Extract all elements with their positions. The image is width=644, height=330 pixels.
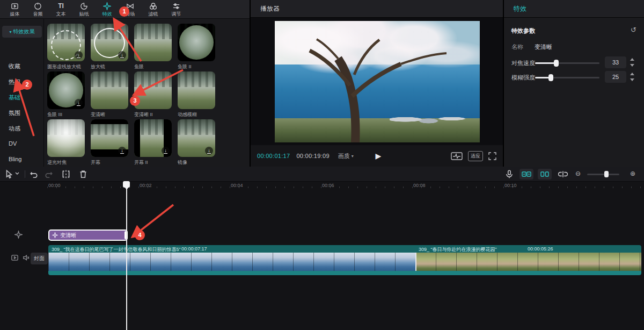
toolbar-item-audio[interactable]: 音频: [26, 0, 49, 19]
effect-thumbnail: ↓: [47, 24, 85, 61]
video-preview[interactable]: [275, 21, 480, 142]
timeline-zoom-thumb[interactable]: [604, 171, 609, 177]
sidebar-group-effects[interactable]: ▾ 特效效果: [2, 26, 42, 38]
effect-card[interactable]: ↓ 开幕 II: [134, 119, 177, 166]
clip-duration: 00:00:07:17: [181, 246, 207, 252]
effect-thumbnail: ↓: [91, 119, 128, 157]
toolbar-item-media[interactable]: 媒体: [3, 0, 26, 19]
linkage-toggle[interactable]: [558, 169, 568, 179]
blur-strength-value[interactable]: 25: [605, 71, 626, 83]
playhead-handle[interactable]: [123, 181, 130, 188]
fullscreen-icon[interactable]: [488, 152, 496, 160]
toolbar-item-filter[interactable]: 滤镜: [142, 0, 165, 19]
toolbar-item-label: 滤镜: [149, 11, 158, 17]
stepper-down-icon[interactable]: [630, 78, 634, 81]
effect-label: 鱼眼 II: [178, 63, 221, 70]
player-right-controls: 适应: [451, 145, 496, 167]
effect-card[interactable]: ↓ 圆形虚线放大镜: [47, 24, 90, 70]
stepper-up-icon[interactable]: [630, 73, 634, 75]
sidebar-item-ambience[interactable]: 氛围: [9, 109, 41, 117]
effect-track-icon: [14, 231, 23, 241]
effect-card[interactable]: 鱼眼 II: [178, 24, 221, 70]
segment-divider: [415, 253, 416, 271]
blur-strength-stepper[interactable]: [629, 71, 635, 82]
slider-thumb[interactable]: [548, 74, 553, 81]
app-root: 媒体 音频 TI 文本 贴纸 特效 转场: [0, 0, 644, 330]
effects-icon: [103, 2, 111, 10]
main-toolbar: 媒体 音频 TI 文本 贴纸 特效 转场: [0, 0, 250, 19]
select-tool-button[interactable]: [4, 169, 14, 179]
main-track-magnet-toggle[interactable]: [519, 169, 533, 180]
transition-icon: [126, 2, 134, 10]
select-tool-dropdown[interactable]: [14, 169, 20, 179]
redo-button[interactable]: [43, 169, 53, 179]
effect-card[interactable]: 逆光对焦: [47, 119, 90, 166]
stepper-down-icon[interactable]: [630, 64, 634, 67]
sidebar-item-dv[interactable]: DV: [9, 140, 41, 148]
sidebar-item-dynamic[interactable]: 动感: [9, 125, 41, 132]
cover-button[interactable]: 封面: [31, 253, 48, 264]
split-icon: [61, 169, 71, 179]
ruler-label: 00:04: [231, 183, 243, 188]
ruler-label: 00:10: [504, 183, 517, 188]
stepper-up-icon[interactable]: [630, 58, 634, 61]
effect-card[interactable]: ↓ 镜像: [178, 119, 221, 166]
focus-speed-slider[interactable]: [535, 62, 599, 64]
split-button[interactable]: [61, 169, 71, 179]
filter-icon: [149, 2, 157, 10]
undo-button[interactable]: [30, 169, 39, 179]
ruler-label: 00:00: [48, 183, 61, 188]
sidebar-item-basic[interactable]: 基础: [9, 94, 41, 101]
effect-card[interactable]: 鱼眼: [134, 24, 177, 70]
download-icon: ↓: [118, 147, 126, 155]
auto-snap-toggle[interactable]: [538, 169, 552, 180]
effect-card-become-clear[interactable]: 变清晰: [91, 71, 134, 118]
effect-card[interactable]: 动感模糊: [178, 71, 221, 118]
hide-track-icon[interactable]: [11, 254, 19, 264]
toolbar-item-effects[interactable]: 特效: [96, 0, 119, 19]
toolbar-item-sticker[interactable]: 贴纸: [72, 0, 96, 19]
effect-clip[interactable]: 变清晰: [48, 229, 128, 241]
slider-thumb[interactable]: [554, 60, 559, 67]
toolbar-item-label: 调节: [172, 11, 181, 17]
download-icon: ↓: [118, 51, 126, 59]
effect-card[interactable]: 变清晰 II: [134, 71, 177, 118]
reset-icon[interactable]: ↺: [631, 26, 636, 34]
blur-strength-slider[interactable]: [535, 77, 599, 78]
section-title: 特效参数: [511, 27, 535, 35]
sidebar-item-hot[interactable]: 热门: [9, 78, 41, 85]
toolbar-item-transition[interactable]: 转场: [119, 0, 142, 19]
redo-icon: [43, 169, 53, 179]
focus-speed-value[interactable]: 33: [605, 56, 626, 68]
effect-card[interactable]: ↓ 放大镜: [91, 24, 134, 70]
effect-thumbnail: ↓: [134, 119, 172, 157]
quality-dropdown[interactable]: 画质 ▾: [338, 152, 354, 160]
delete-button[interactable]: [78, 169, 88, 179]
effect-thumbnail: [178, 24, 215, 61]
video-stage: [251, 18, 503, 145]
record-voiceover-button[interactable]: [504, 169, 514, 179]
play-button[interactable]: ▶: [373, 150, 384, 161]
timeline-zoom-slider[interactable]: [587, 174, 619, 175]
effect-card[interactable]: ↓ 开幕: [91, 119, 134, 166]
effect-label: 动感模糊: [178, 111, 221, 118]
sidebar-item-favorites[interactable]: 收藏: [9, 62, 41, 70]
zoom-in-button[interactable]: ⊕: [630, 170, 635, 177]
sidebar-item-bling[interactable]: Bling: [9, 156, 41, 163]
mute-track-icon[interactable]: [22, 254, 30, 264]
timeline-toolbar: ⊖ ⊕: [0, 167, 644, 182]
toolbar-item-adjust[interactable]: 调节: [165, 0, 188, 19]
zoom-out-button[interactable]: ⊖: [575, 170, 581, 177]
main-video-clip[interactable]: 309_ “我在这春日的尾巴写了一封书信敬春风和日丽的惊喜5” 00:00:07…: [48, 245, 641, 275]
effect-card[interactable]: ↓ 鱼眼 III: [47, 71, 90, 118]
timeline-ruler[interactable]: 00:00 00:02 00:04 00:06 00:08 00:10: [0, 182, 644, 191]
link-icon: [558, 169, 568, 179]
effect-label: 镜像: [178, 159, 221, 166]
player-title: 播放器: [260, 4, 280, 13]
fit-button[interactable]: 适应: [468, 151, 483, 161]
effect-label: 放大镜: [91, 63, 134, 70]
toolbar-item-text[interactable]: TI 文本: [49, 0, 72, 19]
focus-speed-stepper[interactable]: [629, 57, 635, 68]
download-icon: ↓: [205, 147, 213, 155]
preview-axis-icon[interactable]: [451, 152, 463, 160]
